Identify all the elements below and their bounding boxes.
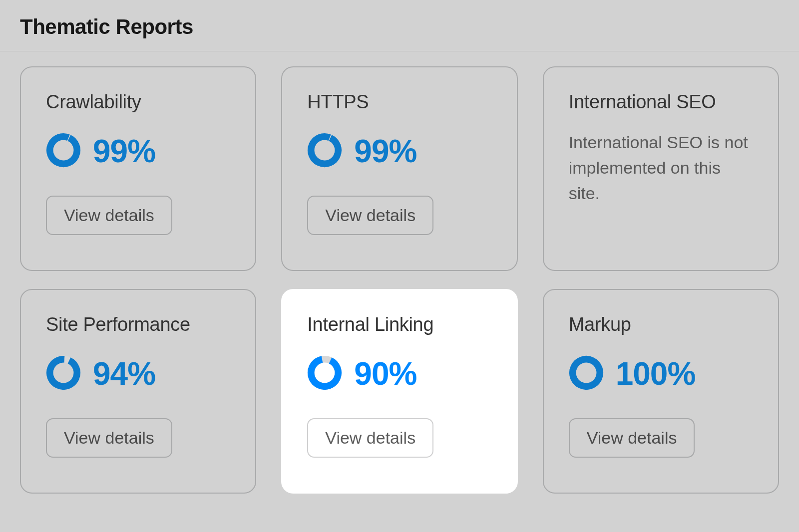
card-title: Crawlability xyxy=(46,91,230,113)
svg-point-9 xyxy=(569,355,604,390)
percent-value: 94% xyxy=(93,355,155,392)
card-message: International SEO is not implemented on … xyxy=(569,130,753,206)
report-card: HTTPS 99% View details xyxy=(281,66,517,271)
reports-grid: Crawlability 99% View detailsHTTPS 99% V… xyxy=(20,66,779,494)
divider xyxy=(0,51,799,51)
metric-row: 90% xyxy=(307,355,491,392)
view-details-button[interactable]: View details xyxy=(307,418,433,458)
percent-value: 99% xyxy=(93,133,155,170)
metric-row: 94% xyxy=(46,355,230,392)
report-card: Crawlability 99% View details xyxy=(20,66,256,271)
card-title: Site Performance xyxy=(46,314,230,335)
card-title: Markup xyxy=(569,314,753,335)
metric-row: 99% xyxy=(307,133,491,170)
progress-donut-icon xyxy=(46,133,81,170)
report-card: Site Performance 94% View details xyxy=(20,289,256,494)
percent-value: 100% xyxy=(616,355,696,392)
progress-donut-icon xyxy=(307,133,342,170)
percent-value: 90% xyxy=(354,355,416,392)
view-details-button[interactable]: View details xyxy=(46,418,172,458)
report-card: International SEOInternational SEO is no… xyxy=(543,66,779,271)
svg-point-1 xyxy=(46,133,81,168)
progress-donut-icon xyxy=(46,355,81,392)
thematic-reports-section: Thematic Reports Crawlability 99% View d… xyxy=(0,0,799,514)
percent-value: 99% xyxy=(354,133,416,170)
progress-donut-icon xyxy=(569,355,604,392)
card-title: International SEO xyxy=(569,91,753,113)
report-card: Internal Linking 90% View details xyxy=(281,289,517,494)
metric-row: 99% xyxy=(46,133,230,170)
view-details-button[interactable]: View details xyxy=(46,196,172,235)
card-title: Internal Linking xyxy=(307,314,491,335)
svg-point-5 xyxy=(46,355,81,390)
progress-donut-icon xyxy=(307,355,342,392)
report-card: Markup 100% View details xyxy=(543,289,779,494)
view-details-button[interactable]: View details xyxy=(307,196,433,235)
metric-row: 100% xyxy=(569,355,753,392)
card-title: HTTPS xyxy=(307,91,491,113)
svg-point-3 xyxy=(307,133,342,168)
view-details-button[interactable]: View details xyxy=(569,418,695,458)
section-heading: Thematic Reports xyxy=(20,15,779,39)
